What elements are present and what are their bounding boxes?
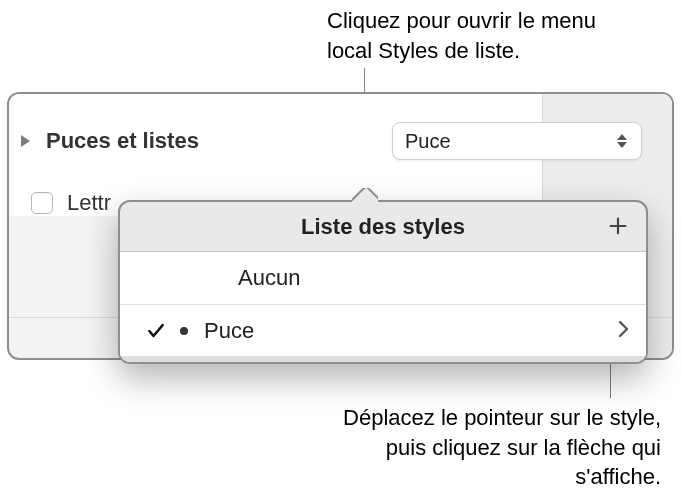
checkmark-icon bbox=[146, 321, 166, 341]
style-name: Aucun bbox=[238, 265, 300, 291]
checkmark-slot bbox=[146, 321, 182, 341]
style-name: Puce bbox=[204, 318, 254, 344]
style-row-puce[interactable]: Puce bbox=[120, 304, 646, 356]
popover-header: Liste des styles bbox=[120, 202, 646, 252]
popover-caret bbox=[352, 188, 378, 202]
list-styles-popover: Liste des styles Aucun Puce bbox=[118, 200, 648, 364]
lettered-checkbox[interactable] bbox=[31, 192, 53, 214]
add-style-button[interactable] bbox=[604, 212, 632, 240]
style-row-arrow[interactable] bbox=[618, 320, 630, 342]
plus-icon bbox=[607, 215, 629, 237]
chevron-right-icon bbox=[618, 320, 630, 338]
style-row-none[interactable]: Aucun bbox=[120, 252, 646, 304]
callout-hover-arrow: Déplacez le pointeur sur le style, puis … bbox=[321, 403, 661, 492]
bullet-dot-icon bbox=[180, 327, 188, 335]
popup-value: Puce bbox=[405, 130, 451, 153]
list-style-popup-button[interactable]: Puce bbox=[392, 122, 642, 160]
section-label: Puces et listes bbox=[46, 128, 199, 154]
popover-title: Liste des styles bbox=[301, 214, 465, 240]
updown-arrows-icon bbox=[615, 131, 629, 151]
callout-open-menu: Cliquez pour ouvrir le menu local Styles… bbox=[327, 6, 647, 65]
disclosure-triangle-icon[interactable] bbox=[21, 135, 30, 147]
popover-bottom-shade bbox=[120, 356, 646, 362]
lettered-label: Lettr bbox=[67, 190, 111, 216]
popover-body: Aucun Puce bbox=[120, 252, 646, 362]
